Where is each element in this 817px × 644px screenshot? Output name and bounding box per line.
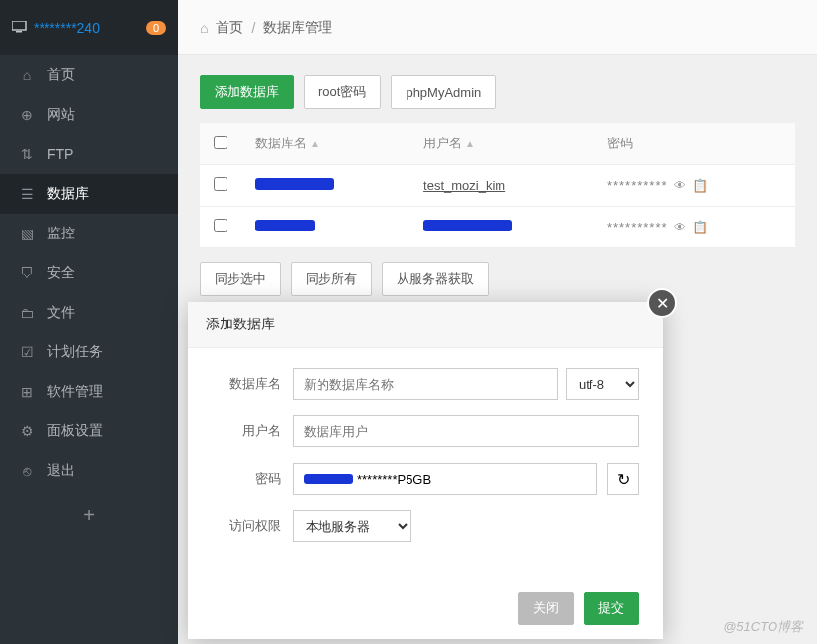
label-dbname: 数据库名: [212, 375, 293, 393]
label-access: 访问权限: [212, 517, 293, 535]
watermark: @51CTO博客: [723, 618, 803, 636]
password-input-wrap[interactable]: ********P5GB: [293, 463, 597, 495]
username-input[interactable]: [293, 415, 639, 447]
label-password: 密码: [212, 470, 293, 488]
modal-overlay: ✕ 添加数据库 数据库名 utf-8 用户名 密码 ********P5GB ↻: [0, 0, 817, 644]
modal-footer: 关闭 提交: [188, 578, 663, 639]
password-value: ********P5GB: [357, 472, 431, 487]
access-select[interactable]: 本地服务器: [293, 510, 411, 542]
charset-select[interactable]: utf-8: [566, 368, 639, 400]
modal-close-button[interactable]: ✕: [647, 288, 677, 318]
dbname-input[interactable]: [293, 368, 558, 400]
modal-body: 数据库名 utf-8 用户名 密码 ********P5GB ↻ 访问权限 本地…: [188, 348, 663, 578]
label-username: 用户名: [212, 422, 293, 440]
modal-cancel-button[interactable]: 关闭: [518, 592, 574, 625]
add-database-modal: ✕ 添加数据库 数据库名 utf-8 用户名 密码 ********P5GB ↻: [188, 302, 663, 639]
refresh-icon: ↻: [617, 470, 630, 489]
regen-password-button[interactable]: ↻: [607, 463, 639, 495]
modal-submit-button[interactable]: 提交: [584, 592, 639, 625]
modal-title: 添加数据库: [188, 302, 663, 348]
redacted-pw-prefix: [304, 474, 353, 484]
